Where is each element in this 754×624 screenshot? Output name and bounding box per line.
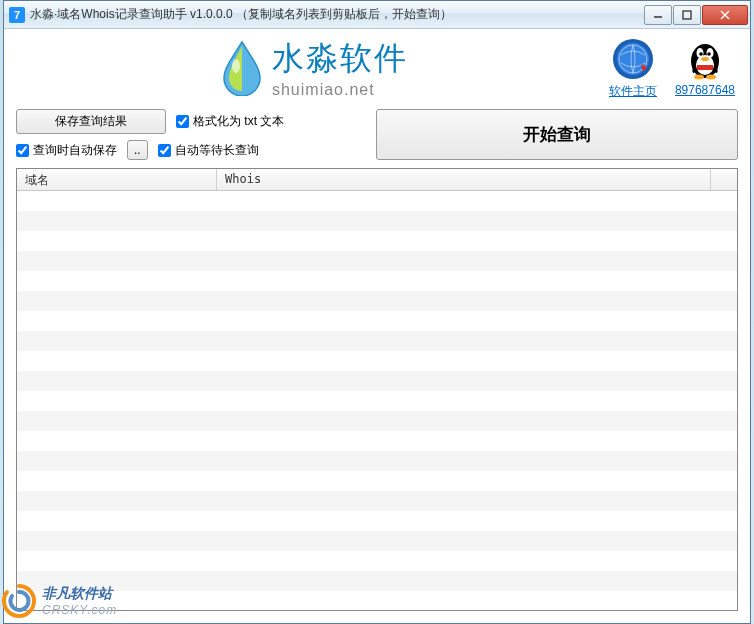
svg-point-12 (707, 52, 711, 56)
app-icon: 7 (9, 7, 25, 23)
minimize-button[interactable] (644, 5, 672, 25)
format-txt-label: 格式化为 txt 文本 (193, 113, 284, 130)
window-controls (643, 5, 748, 25)
globe-icon (611, 37, 655, 81)
app-window: 7 水淼·域名Whois记录查询助手 v1.0.0.0 （复制域名列表到剪贴板后… (3, 0, 751, 624)
header-links: 软件主页 (609, 37, 735, 100)
header-area: 水淼软件 shuimiao.net 软件主页 (4, 29, 750, 107)
results-table: 域名 Whois (16, 168, 738, 611)
auto-save-input[interactable] (16, 144, 29, 157)
svg-point-15 (706, 74, 716, 79)
logo-icon (220, 40, 264, 96)
svg-point-13 (701, 57, 709, 61)
table-body[interactable] (17, 191, 737, 610)
col-spacer-header (711, 169, 737, 190)
title-bar: 7 水淼·域名Whois记录查询助手 v1.0.0.0 （复制域名列表到剪贴板后… (4, 1, 750, 29)
table-header: 域名 Whois (17, 169, 737, 191)
close-button[interactable] (702, 5, 748, 25)
close-icon (720, 10, 730, 20)
maximize-button[interactable] (673, 5, 701, 25)
start-query-button[interactable]: 开始查询 (376, 109, 738, 160)
logo-text: 水淼软件 shuimiao.net (272, 37, 408, 99)
logo-cn-label: 水淼软件 (272, 37, 408, 81)
auto-save-label: 查询时自动保存 (33, 142, 117, 159)
minimize-icon (653, 10, 663, 20)
qq-penguin-icon (683, 37, 727, 81)
col-whois-header[interactable]: Whois (217, 169, 711, 190)
format-txt-checkbox[interactable]: 格式化为 txt 文本 (176, 113, 284, 130)
browse-button[interactable]: .. (127, 140, 148, 160)
maximize-icon (682, 10, 692, 20)
col-domain-header[interactable]: 域名 (17, 169, 217, 190)
qq-number-label: 897687648 (675, 83, 735, 97)
auto-wait-label: 自动等待长查询 (175, 142, 259, 159)
logo-en-label: shuimiao.net (272, 81, 408, 99)
auto-wait-checkbox[interactable]: 自动等待长查询 (158, 142, 259, 159)
window-title: 水淼·域名Whois记录查询助手 v1.0.0.0 （复制域名列表到剪贴板后，开… (30, 6, 643, 23)
format-txt-input[interactable] (176, 115, 189, 128)
controls-block: 保存查询结果 格式化为 txt 文本 查询时自动保存 .. 自动等待长查询 开始… (4, 107, 750, 166)
qq-contact-link[interactable]: 897687648 (675, 37, 735, 100)
homepage-link[interactable]: 软件主页 (609, 37, 657, 100)
save-results-button[interactable]: 保存查询结果 (16, 109, 166, 134)
svg-rect-1 (683, 11, 691, 19)
svg-point-4 (232, 59, 240, 73)
left-controls: 保存查询结果 格式化为 txt 文本 查询时自动保存 .. 自动等待长查询 (16, 109, 366, 160)
auto-save-checkbox[interactable]: 查询时自动保存 (16, 142, 117, 159)
logo-block: 水淼软件 shuimiao.net (19, 37, 609, 99)
svg-point-14 (694, 74, 704, 79)
homepage-label: 软件主页 (609, 83, 657, 100)
svg-point-11 (699, 52, 703, 56)
auto-wait-input[interactable] (158, 144, 171, 157)
